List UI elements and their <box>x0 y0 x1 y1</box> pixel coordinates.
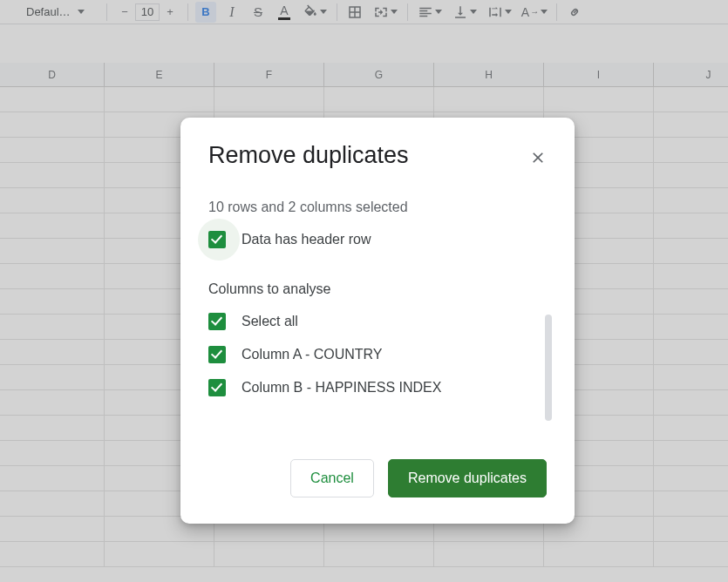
remove-duplicates-button[interactable]: Remove duplicates <box>388 459 547 497</box>
columns-section-title: Columns to analyse <box>208 281 547 297</box>
column-checkbox[interactable] <box>208 379 226 396</box>
dialog-title: Remove duplicates <box>208 142 409 169</box>
column-option-select-all: Select all <box>208 313 547 330</box>
remove-duplicates-dialog: Remove duplicates 10 rows and 2 columns … <box>180 118 575 524</box>
close-icon <box>529 149 547 166</box>
column-checkbox[interactable] <box>208 346 226 363</box>
select-all-checkbox[interactable] <box>208 313 226 330</box>
header-row-option: Data has header row <box>208 231 547 248</box>
column-option-label: Column B - HAPPINESS INDEX <box>242 380 441 396</box>
column-option: Column A - COUNTRY <box>208 346 547 363</box>
close-button[interactable] <box>526 146 550 170</box>
selection-summary: 10 rows and 2 columns selected <box>208 200 547 215</box>
cancel-button[interactable]: Cancel <box>290 459 374 497</box>
header-row-label: Data has header row <box>242 232 371 247</box>
dialog-header: Remove duplicates <box>208 142 547 170</box>
dialog-footer: Cancel Remove duplicates <box>290 459 547 497</box>
columns-list: Select all Column A - COUNTRY Column B -… <box>208 313 547 396</box>
column-option-label: Select all <box>242 314 298 329</box>
column-option-label: Column A - COUNTRY <box>242 347 383 362</box>
header-row-checkbox[interactable] <box>208 231 226 248</box>
scrollbar-thumb[interactable] <box>545 315 552 421</box>
column-option: Column B - HAPPINESS INDEX <box>208 379 547 396</box>
